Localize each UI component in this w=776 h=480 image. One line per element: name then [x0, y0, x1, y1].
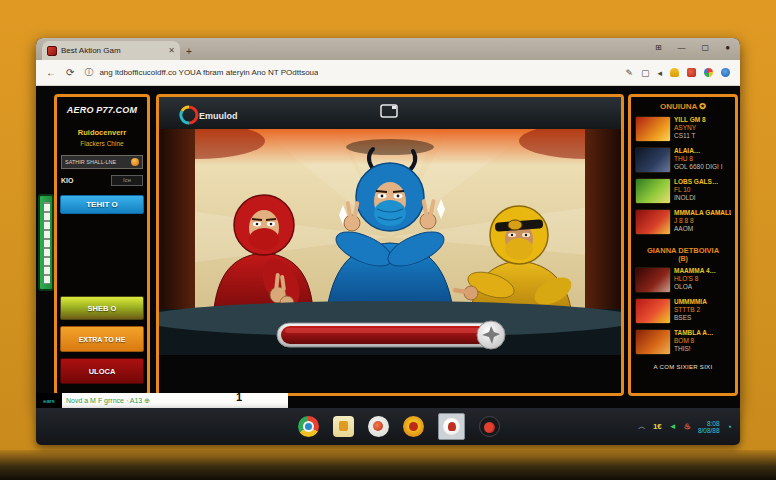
- toolbar-actions: ✎ ▢ ◂: [625, 68, 730, 78]
- game-item-title[interactable]: YILL GM 8: [674, 116, 706, 123]
- taskbar: ︿ 1€ ◄ ♨ 8:08 8/08/88 ◔: [36, 408, 740, 445]
- right-sidebar: ONUIUNA ✪ YILL GM 8 ASYNY CS11 T ALAIA…: [628, 94, 738, 396]
- side-feedback-tab[interactable]: [38, 194, 54, 291]
- game-thumbnail[interactable]: [635, 116, 671, 142]
- window-grid-icon[interactable]: ⊞: [655, 42, 662, 54]
- site-info-icon[interactable]: ⓘ: [84, 66, 93, 79]
- maximize-button[interactable]: ▢: [702, 42, 710, 54]
- submit-button[interactable]: TEHIT O: [60, 195, 144, 214]
- related-games-count: (B): [633, 255, 733, 262]
- game-item-title[interactable]: LOBS GALS…: [674, 178, 718, 185]
- media-app-icon[interactable]: [368, 416, 389, 437]
- red-action-button[interactable]: ULOCA: [60, 358, 144, 384]
- side-feedback-label: [44, 202, 50, 284]
- refresh-icon[interactable]: ⟳: [66, 67, 74, 78]
- game-list-item[interactable]: LOBS GALS… FL 10 INOLDI: [635, 178, 731, 204]
- game-item-sub: CS11 T: [674, 132, 706, 139]
- game-thumbnail[interactable]: [635, 178, 671, 204]
- game-list-item[interactable]: YILL GM 8 ASYNY CS11 T: [635, 116, 731, 142]
- game-item-title[interactable]: TAMBLA A…: [674, 329, 713, 336]
- taskbar-clock[interactable]: 8:08 8/08/88: [698, 420, 720, 434]
- browser-tab[interactable]: Best Aktion Gam ✕: [42, 41, 180, 60]
- tab-title: Best Aktion Gam: [61, 46, 164, 55]
- status-bar: Novd a M F grrnce · A13 ⊕: [36, 393, 288, 408]
- hidden-icons-chevron[interactable]: ︿: [638, 421, 646, 432]
- url-text: ang ltdbofficucoldff.co YOUA fbram atery…: [99, 68, 318, 77]
- loading-bar: [277, 321, 505, 349]
- field-input[interactable]: Ice: [111, 175, 143, 186]
- search-input[interactable]: SATHIR SHALL-LNE: [61, 155, 143, 169]
- game-item-meta: FL 10: [674, 186, 718, 193]
- new-tab-button[interactable]: +: [186, 46, 192, 57]
- site-logo[interactable]: AERO P77.COM: [67, 105, 137, 115]
- edit-icon[interactable]: ✎: [625, 68, 633, 78]
- field-label: KIO: [61, 177, 73, 184]
- login-field-row: KIO Ice: [61, 175, 143, 186]
- extension-yellow-icon[interactable]: [670, 68, 679, 77]
- emulator-brand-label: Emuulod: [199, 111, 238, 121]
- game-thumbnail[interactable]: [635, 147, 671, 173]
- folder-flap: [339, 421, 348, 431]
- close-button[interactable]: ●: [725, 42, 730, 54]
- search-value: SATHIR SHALL-LNE: [65, 159, 129, 165]
- game-item-title[interactable]: ALAIA…: [674, 147, 723, 154]
- profile-avatar-icon[interactable]: [721, 68, 730, 77]
- game-list-item[interactable]: UMMMMIA STTTB 2 BSES: [635, 298, 731, 324]
- game-item-title[interactable]: UMMMMIA: [674, 298, 707, 305]
- game-list-item[interactable]: MAAMMA 4… HLO'S 8 OLOA: [635, 267, 731, 293]
- game-thumbnail[interactable]: [635, 298, 671, 324]
- browser-toolbar: ← ⟳ ⓘ ang ltdbofficucoldff.co YOUA fbram…: [36, 60, 740, 86]
- pillar-right: [585, 129, 621, 309]
- folder-icon[interactable]: [333, 416, 354, 437]
- game-app-icon[interactable]: [403, 416, 424, 437]
- game-item-meta: HLO'S 8: [674, 275, 716, 282]
- search-go-icon[interactable]: [131, 158, 139, 166]
- browser-window: Best Aktion Gam ✕ + ⊞ — ▢ ● ← ⟳ ⓘ ang lt…: [36, 38, 740, 408]
- minimize-button[interactable]: —: [678, 42, 686, 54]
- games-list-header-text: ONUIUNA: [660, 102, 697, 111]
- game-list-item[interactable]: MMMALA GAMALL J 8 8 8 AAOM: [635, 209, 731, 235]
- game-item-meta: J 8 8 8: [674, 217, 731, 224]
- notification-center-icon[interactable]: ◔: [727, 422, 732, 432]
- tab-close-icon[interactable]: ✕: [168, 46, 175, 55]
- desktop-background: Best Aktion Gam ✕ + ⊞ — ▢ ● ← ⟳ ⓘ ang lt…: [0, 0, 776, 480]
- game-frame[interactable]: Emuulod: [156, 94, 624, 396]
- extension-multicolor-icon[interactable]: [704, 68, 713, 77]
- bottom-black-strip: [159, 355, 621, 393]
- back-icon[interactable]: ←: [46, 67, 56, 78]
- page-content: AERO P77.COM Ruidocenverr Flackers Chine…: [36, 86, 740, 408]
- tray-network-icon[interactable]: ◄: [669, 422, 677, 431]
- left-sidebar: AERO P77.COM Ruidocenverr Flackers Chine…: [54, 94, 150, 396]
- extension-red-icon[interactable]: [687, 68, 696, 77]
- tray-app-icon[interactable]: ♨: [684, 422, 691, 431]
- green-action-button[interactable]: SHEB O: [60, 296, 144, 320]
- game-item-text: MAAMMA 4… HLO'S 8 OLOA: [674, 267, 716, 290]
- game-item-text: YILL GM 8 ASYNY CS11 T: [674, 116, 706, 139]
- game-thumbnail[interactable]: [635, 329, 671, 355]
- chrome-icon[interactable]: [298, 416, 319, 437]
- tray-language-icon[interactable]: 1€: [653, 422, 662, 431]
- square-icon[interactable]: ▢: [641, 68, 650, 78]
- game-item-text: TAMBLA A… BOM 8 THIS!: [674, 329, 713, 352]
- star-icon: ✪: [699, 102, 706, 111]
- game-item-meta: THU 8: [674, 155, 723, 162]
- game-item-title[interactable]: MAAMMA 4…: [674, 267, 716, 274]
- browser-app-icon[interactable]: [479, 416, 500, 437]
- game-thumbnail[interactable]: [635, 267, 671, 293]
- game-item-meta: STTTB 2: [674, 306, 707, 313]
- game-thumbnail[interactable]: [635, 209, 671, 235]
- smoke-smudge: [346, 139, 434, 155]
- address-bar[interactable]: ⓘ ang ltdbofficucoldff.co YOUA fbram ate…: [84, 66, 615, 79]
- game-canvas[interactable]: Emuulod: [159, 97, 621, 393]
- game-list-item[interactable]: ALAIA… THU 8 GOL 6680 DIGI I: [635, 147, 731, 173]
- game-item-meta: ASYNY: [674, 124, 706, 131]
- flag-icon[interactable]: ◂: [657, 68, 662, 78]
- sidebar-tagline-2: Flackers Chine: [80, 140, 123, 147]
- orange-action-button[interactable]: EXTRA TO HE: [60, 326, 144, 352]
- game-item-title[interactable]: MMMALA GAMALL: [674, 209, 731, 216]
- active-app-icon[interactable]: [438, 413, 465, 440]
- game-item-sub: AAOM: [674, 225, 731, 232]
- more-games-link[interactable]: A COM SIXIER SIXI: [633, 364, 733, 370]
- game-list-item[interactable]: TAMBLA A… BOM 8 THIS!: [635, 329, 731, 355]
- game-item-sub: GOL 6680 DIGI I: [674, 163, 723, 170]
